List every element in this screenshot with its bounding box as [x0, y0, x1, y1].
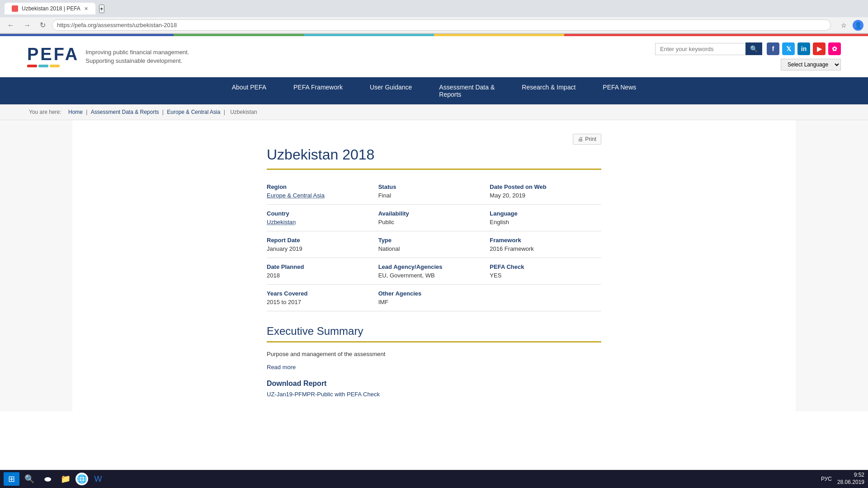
nav-item-about[interactable]: About PEFA	[218, 77, 280, 104]
social-icons: f 𝕏 in ▶ ✿	[767, 42, 841, 55]
field-language: Language English	[490, 205, 601, 231]
logo-bar-red	[27, 65, 37, 67]
field-label-availability: Availability	[378, 210, 486, 217]
logo-color-bar	[27, 65, 60, 67]
region-link[interactable]: Europe & Central Asia	[267, 192, 325, 199]
new-tab-button[interactable]: +	[99, 5, 104, 13]
search-bar: 🔍	[655, 42, 762, 55]
field-value-date-planned: 2018	[267, 272, 375, 279]
bookmark-icon[interactable]: ☆	[838, 20, 849, 31]
field-label-language: Language	[490, 210, 598, 217]
facebook-icon[interactable]: f	[767, 42, 779, 55]
youtube-icon[interactable]: ▶	[813, 42, 826, 55]
browser-action-icons: ☆ 👤	[838, 20, 863, 31]
field-value-language: English	[490, 219, 598, 225]
logo-letters: PEFA	[27, 46, 79, 63]
left-sidebar	[0, 120, 72, 411]
field-label-other-agencies: Other Agencies	[378, 290, 486, 297]
search-input[interactable]	[655, 43, 745, 55]
twitter-icon[interactable]: 𝕏	[782, 42, 795, 55]
nav-link-framework[interactable]: PEFA Framework	[280, 77, 356, 97]
field-years-covered: Years Covered 2015 to 2017	[267, 285, 378, 311]
tagline-line1: Improving public financial management.	[85, 48, 189, 57]
field-label-type: Type	[378, 237, 486, 244]
nav-item-assessments[interactable]: Assessment Data &Reports	[425, 77, 508, 104]
nav-item-news[interactable]: PEFA News	[589, 77, 650, 104]
browser-tab-bar: Uzbekistan 2018 | PEFA ✕ +	[0, 0, 868, 17]
main-nav: About PEFA PEFA Framework User Guidance …	[0, 77, 868, 104]
header-right: 🔍 f 𝕏 in ▶ ✿ Select Language Русский Fra…	[655, 42, 841, 70]
nav-link-assessments[interactable]: Assessment Data &Reports	[425, 77, 508, 104]
field-value-date-posted: May 20, 2019	[490, 192, 598, 199]
breadcrumb-home[interactable]: Home	[68, 109, 83, 115]
field-framework: Framework 2016 Framework	[490, 231, 601, 258]
field-value-other-agencies: IMF	[378, 299, 486, 305]
breadcrumb-bar: You are here: Home | Assessment Data & R…	[0, 104, 868, 120]
browser-chrome: Uzbekistan 2018 | PEFA ✕ + ← → ↻ ☆ 👤	[0, 0, 868, 34]
field-label-country: Country	[267, 210, 375, 217]
country-link[interactable]: Uzbekistan	[267, 219, 296, 225]
nav-item-guidance[interactable]: User Guidance	[356, 77, 425, 104]
profile-icon[interactable]: 👤	[853, 20, 863, 31]
nav-item-research[interactable]: Research & Impact	[508, 77, 589, 104]
active-tab[interactable]: Uzbekistan 2018 | PEFA ✕	[5, 3, 95, 14]
linkedin-icon[interactable]: in	[797, 42, 810, 55]
reload-button[interactable]: ↻	[37, 19, 48, 31]
url-input[interactable]	[52, 19, 831, 31]
back-button[interactable]: ←	[5, 19, 17, 31]
breadcrumb-current: Uzbekistan	[230, 109, 257, 115]
field-report-date: Report Date January 2019	[267, 231, 378, 258]
field-label-date-posted: Date Posted on Web	[490, 183, 598, 190]
field-date-planned: Date Planned 2018	[267, 258, 378, 285]
download-title: Download Report	[267, 380, 601, 388]
field-pefa-check: PEFA Check YES	[490, 258, 601, 285]
field-value-country: Uzbekistan	[267, 219, 375, 225]
field-lead-agency: Lead Agency/Agencies EU, Government, WB	[378, 258, 490, 285]
field-value-report-date: January 2019	[267, 245, 375, 252]
breadcrumb-assessment-data[interactable]: Assessment Data & Reports	[91, 109, 159, 115]
print-button[interactable]: 🖨 Print	[573, 134, 601, 145]
tagline-line2: Supporting sustainable development.	[85, 56, 189, 66]
breadcrumb-sep2: |	[162, 109, 165, 115]
flickr-icon[interactable]: ✿	[828, 42, 841, 55]
field-label-date-planned: Date Planned	[267, 263, 375, 270]
nav-link-guidance[interactable]: User Guidance	[356, 77, 425, 97]
nav-link-news[interactable]: PEFA News	[589, 77, 650, 97]
field-availability: Availability Public	[378, 205, 490, 231]
download-link[interactable]: UZ-Jan19-PFMPR-Public with PEFA Check	[267, 391, 380, 398]
language-select[interactable]: Select Language Русский Français	[781, 59, 841, 70]
main-content: 🖨 Print Uzbekistan 2018 Region Europe & …	[258, 120, 610, 411]
field-region: Region Europe & Central Asia	[267, 178, 378, 205]
nav-link-about[interactable]: About PEFA	[218, 77, 280, 97]
breadcrumb-sep3: |	[224, 109, 226, 115]
tab-favicon	[12, 5, 18, 12]
field-value-framework: 2016 Framework	[490, 245, 598, 252]
nav-item-framework[interactable]: PEFA Framework	[280, 77, 356, 104]
field-status: Status Final	[378, 178, 490, 205]
assessment-fields-grid: Region Europe & Central Asia Status Fina…	[267, 178, 601, 311]
field-value-pefa-check: YES	[490, 272, 598, 279]
logo-area: PEFA Improving public financial manageme…	[27, 46, 189, 67]
field-label-years-covered: Years Covered	[267, 290, 375, 297]
nav-link-research[interactable]: Research & Impact	[508, 77, 589, 97]
right-sidebar	[796, 120, 868, 411]
tab-title: Uzbekistan 2018 | PEFA	[22, 5, 80, 12]
field-value-region: Europe & Central Asia	[267, 192, 375, 199]
nav-list: About PEFA PEFA Framework User Guidance …	[218, 77, 650, 104]
close-tab-button[interactable]: ✕	[84, 6, 88, 12]
field-label-report-date: Report Date	[267, 237, 375, 244]
forward-button[interactable]: →	[21, 19, 33, 31]
field-value-years-covered: 2015 to 2017	[267, 299, 375, 305]
you-are-here: You are here:	[29, 109, 61, 115]
executive-summary-divider	[267, 341, 601, 343]
logo-tagline: Improving public financial management. S…	[85, 48, 189, 66]
field-label-pefa-check: PEFA Check	[490, 263, 598, 270]
breadcrumb-region[interactable]: Europe & Central Asia	[167, 109, 220, 115]
search-button[interactable]: 🔍	[745, 42, 762, 55]
field-label-framework: Framework	[490, 237, 598, 244]
logo-box: PEFA	[27, 46, 79, 67]
read-more-link[interactable]: Read more	[267, 364, 601, 371]
site-header: PEFA Improving public financial manageme…	[0, 36, 868, 77]
breadcrumb-sep1: |	[86, 109, 89, 115]
field-value-status: Final	[378, 192, 486, 199]
